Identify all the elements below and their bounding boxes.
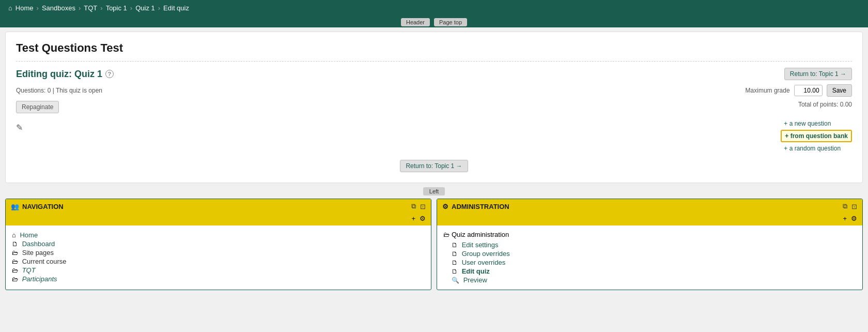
return-bottom-row: Return to: Topic 1 → (16, 160, 852, 172)
folder-nav-icon (12, 249, 18, 256)
home-icon: ⌂ (8, 4, 12, 12)
quiz-admin-label: Quiz administration (452, 231, 509, 238)
navigation-settings-icon[interactable]: ⚙ (420, 215, 426, 222)
grade-row: Maximum grade Save (746, 84, 852, 97)
breadcrumb-separator: › (79, 4, 81, 12)
help-icon[interactable]: ? (105, 70, 114, 78)
total-points-value: 0.00 (840, 101, 852, 108)
add-random-question-link[interactable]: + a random question (781, 143, 852, 154)
administration-list: Edit settings Group overrides User overr… (443, 240, 856, 284)
list-item: Edit settings (452, 240, 856, 249)
skip-links-bar: Header Page top (0, 16, 868, 27)
navigation-add-icon[interactable]: + (411, 215, 415, 222)
navigation-people-icon: 👥 (11, 203, 19, 210)
edit-icon-area: ✎ (16, 118, 852, 137)
total-points: Total of points: 0.00 (798, 101, 852, 108)
navigation-block-title: 👥 NAVIGATION (11, 203, 64, 210)
list-item: Site pages (12, 248, 425, 257)
nav-current-course-label: Current course (22, 258, 67, 265)
nav-home-link[interactable]: Home (20, 231, 38, 239)
quiz-info-row: Questions: 0 | This quiz is open Maximum… (16, 84, 852, 97)
admin-edit-quiz-link[interactable]: Edit quiz (462, 267, 490, 275)
administration-block-subheader: + ⚙ (437, 214, 862, 225)
administration-block: ⚙ ADMINISTRATION ⧉ ⊡ + ⚙ 🗁 Quiz administ… (437, 199, 863, 290)
administration-title-text: ADMINISTRATION (452, 203, 509, 210)
navigation-block: 👥 NAVIGATION ⧉ ⊡ + ⚙ Home Dashboard (5, 199, 431, 290)
quiz-admin-section: 🗁 Quiz administration (443, 231, 856, 238)
breadcrumb-quiz1[interactable]: Quiz 1 (135, 4, 155, 12)
administration-gear-icon: ⚙ (442, 203, 448, 210)
add-new-question-link[interactable]: + a new question (781, 118, 852, 129)
save-grade-button[interactable]: Save (827, 84, 852, 97)
admin-user-overrides-link[interactable]: User overrides (462, 259, 506, 266)
breadcrumb-separator: › (100, 4, 102, 12)
navigation-list: Home Dashboard Site pages Current course… (12, 231, 425, 283)
editing-title: Editing quiz: Quiz 1 ? (16, 69, 114, 80)
total-points-label: Total of points: (798, 101, 838, 108)
nav-dashboard-link[interactable]: Dashboard (22, 240, 55, 248)
list-item: Participants (12, 275, 425, 283)
list-item: Dashboard (12, 239, 425, 248)
breadcrumb-tqt[interactable]: TQT (84, 4, 97, 12)
return-to-topic-button-top[interactable]: Return to: Topic 1 → (784, 68, 852, 80)
page-title: Test Questions Test (16, 41, 852, 55)
add-from-question-bank-link[interactable]: + from question bank (781, 130, 852, 142)
folder-admin-icon: 🗁 (443, 231, 450, 238)
administration-add-icon[interactable]: + (843, 215, 847, 222)
breadcrumb-separator: › (158, 4, 160, 12)
breadcrumb-sandboxes[interactable]: Sandboxes (42, 4, 75, 12)
maximum-grade-input[interactable] (794, 85, 823, 96)
left-label-area: Left (0, 187, 868, 195)
file-admin-icon (452, 267, 458, 275)
editing-title-text: Editing quiz: Quiz 1 (16, 69, 102, 80)
navigation-window-icon[interactable]: ⧉ (411, 202, 416, 210)
administration-window-icon[interactable]: ⧉ (843, 202, 847, 210)
file-admin-icon (452, 241, 458, 249)
breadcrumb-current: Edit quiz (163, 4, 189, 12)
breadcrumb-home[interactable]: Home (16, 4, 34, 12)
search-admin-icon (452, 276, 459, 284)
administration-block-controls: ⧉ ⊡ (843, 202, 857, 210)
nav-participants-link[interactable]: Participants (22, 275, 57, 283)
list-item: Preview (452, 276, 856, 284)
administration-block-body: 🗁 Quiz administration Edit settings Grou… (437, 225, 862, 290)
administration-minimize-icon[interactable]: ⊡ (851, 203, 857, 210)
breadcrumb: ⌂ Home › Sandboxes › TQT › Topic 1 › Qui… (8, 4, 189, 12)
list-item: User overrides (452, 258, 856, 267)
file-admin-icon (452, 259, 458, 266)
admin-group-overrides-link[interactable]: Group overrides (462, 250, 510, 258)
breadcrumb-separator: › (37, 4, 39, 12)
quiz-status: Questions: 0 | This quiz is open (16, 87, 102, 94)
add-questions-panel: + a new question + from question bank + … (781, 118, 852, 155)
skip-to-page-top-button[interactable]: Page top (434, 18, 467, 26)
navigation-block-controls: ⧉ ⊡ (411, 202, 426, 210)
home-nav-icon (12, 231, 16, 239)
quiz-body: ✎ + a new question + from question bank … (16, 118, 852, 149)
top-navigation: ⌂ Home › Sandboxes › TQT › Topic 1 › Qui… (0, 0, 868, 16)
main-content-area: Test Questions Test Editing quiz: Quiz 1… (5, 32, 863, 183)
navigation-minimize-icon[interactable]: ⊡ (420, 203, 426, 210)
nav-site-pages-label: Site pages (22, 249, 54, 256)
navigation-title-text: NAVIGATION (22, 203, 64, 210)
breadcrumb-topic1[interactable]: Topic 1 (106, 4, 127, 12)
navigation-block-header: 👥 NAVIGATION ⧉ ⊡ (6, 199, 431, 214)
list-item: Home (12, 231, 425, 239)
admin-edit-settings-link[interactable]: Edit settings (462, 241, 499, 249)
breadcrumb-separator: › (130, 4, 132, 12)
folder-nav-icon (12, 258, 18, 265)
left-panel-label[interactable]: Left (423, 187, 445, 195)
return-to-topic-button-bottom[interactable]: Return to: Topic 1 → (400, 160, 468, 172)
file-nav-icon (12, 240, 18, 248)
nav-tqt-link[interactable]: TQT (22, 266, 36, 274)
list-item: Current course (12, 257, 425, 266)
list-item: Group overrides (452, 249, 856, 258)
repaginate-button[interactable]: Repaginate (16, 101, 59, 113)
navigation-block-body: Home Dashboard Site pages Current course… (6, 225, 431, 289)
administration-block-title: ⚙ ADMINISTRATION (442, 203, 509, 210)
edit-pencil-icon[interactable]: ✎ (16, 123, 23, 132)
skip-to-header-button[interactable]: Header (401, 18, 430, 26)
folder-nav-icon (12, 266, 18, 274)
admin-preview-link[interactable]: Preview (463, 276, 487, 284)
administration-settings-icon[interactable]: ⚙ (851, 215, 857, 222)
file-admin-icon (452, 250, 458, 258)
